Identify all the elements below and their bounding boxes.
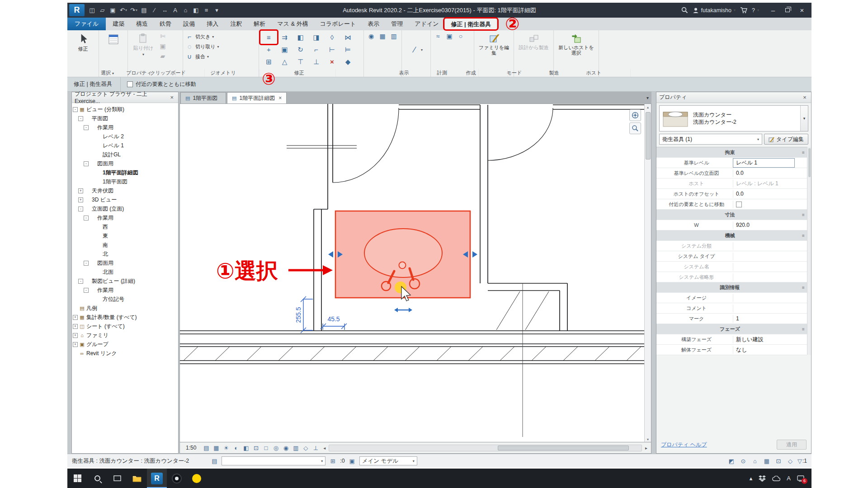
browser-tree-item[interactable]: - 図面用 [73, 159, 177, 168]
save-icon[interactable]: ▣ [108, 5, 118, 16]
print-icon[interactable]: ▤ [139, 5, 149, 16]
text-icon[interactable]: A [170, 5, 180, 16]
browser-tree-item[interactable]: - 作業用 [73, 213, 177, 222]
revit-app-menu-button[interactable]: R [69, 4, 85, 16]
file-explorer-button[interactable] [127, 469, 147, 488]
browser-tree-item[interactable]: 設計GL [73, 150, 177, 159]
ribbon-tab[interactable]: 建築 [107, 18, 130, 30]
project-browser-header[interactable]: プロジェクト ブラウザ - 二上Exercise... × [72, 92, 178, 103]
trim-extend-single-icon[interactable]: ⊢ [325, 44, 340, 55]
browser-tree-item[interactable]: 西 [73, 222, 177, 231]
start-button[interactable] [67, 469, 87, 488]
browser-tree-item[interactable]: - 製図ビュー (詳細) [73, 277, 177, 286]
tree-expander-icon[interactable] [89, 270, 94, 275]
close-button[interactable]: × [795, 5, 809, 16]
browser-tree-item[interactable]: + ⌂ ファミリ [73, 331, 177, 340]
rotate-icon[interactable]: ↻ [293, 44, 308, 55]
design-to-fabrication-button[interactable]: 設計から製造 [516, 32, 551, 50]
browser-tree-item[interactable]: 北 [73, 249, 177, 258]
match-icon[interactable]: ◆ [340, 56, 355, 67]
browser-tree-item[interactable]: - 作業用 [73, 286, 177, 295]
tree-expander-icon[interactable]: + [73, 315, 78, 320]
browser-tree-item[interactable]: + ◫ シート (すべて) [73, 322, 177, 331]
browser-tree-item[interactable]: + ▦ 集計表/数量 (すべて) [73, 313, 177, 322]
property-row[interactable]: 解体フェーズ なし [656, 345, 807, 355]
project-browser-close-icon[interactable]: × [169, 94, 175, 101]
properties-toggle-button[interactable] [101, 32, 125, 46]
vertical-scroll-thumb[interactable] [646, 112, 651, 160]
signin-user[interactable]: futakamisho ▾ [693, 7, 736, 14]
join-icon[interactable]: ∪ 接合 ▾ [185, 52, 219, 61]
browser-tree-item[interactable]: - 立面図 (立面) [73, 204, 177, 213]
obs-button[interactable] [167, 469, 187, 488]
help-menu[interactable]: ?▾ [752, 7, 759, 14]
scroll-left-icon[interactable]: ◂ [322, 446, 326, 450]
sun-path-icon[interactable]: ☀ [222, 444, 231, 452]
revit-taskbar-button[interactable]: R [147, 469, 167, 488]
align-icon[interactable]: ≡ ③ [261, 32, 276, 43]
view-tab-overflow-icon[interactable]: ▾ [646, 95, 649, 100]
tree-expander-icon[interactable]: + [73, 324, 78, 329]
worksharing-display-icon[interactable]: ◩ [727, 458, 736, 465]
scroll-up-icon[interactable]: ▴ [645, 104, 651, 111]
ribbon-tab[interactable]: 注釈 [224, 18, 248, 30]
browser-tree-item[interactable]: 方位記号 [73, 295, 177, 304]
mirror-pick-axis-icon[interactable]: ◧ [293, 32, 308, 43]
browser-tree-item[interactable]: + ▣ グループ [73, 340, 177, 349]
tree-expander-icon[interactable] [89, 179, 94, 184]
property-row[interactable]: 付近の要素とともに移動 [656, 199, 807, 210]
split-with-gap-icon[interactable]: ⋈ [340, 32, 355, 43]
browser-tree-item[interactable]: 東 [73, 231, 177, 240]
tree-expander-icon[interactable] [73, 306, 78, 311]
type-selector[interactable]: 洗面カウンター 洗面カウンター-2 ▾ [659, 105, 808, 131]
cut-icon[interactable]: ✄ [158, 32, 168, 41]
property-row[interactable]: 拘束 ≡ [656, 147, 807, 158]
cart-icon[interactable] [740, 7, 747, 14]
paste-button[interactable]: 貼り付け ▾ [130, 32, 156, 56]
pick-new-host-button[interactable]: 新しいホストを選択 [556, 32, 596, 56]
tree-expander-icon[interactable] [89, 152, 94, 157]
tree-expander-icon[interactable] [89, 170, 94, 175]
override-graphics-icon[interactable]: ▥ [389, 32, 399, 41]
horizontal-scroll-thumb[interactable] [498, 446, 629, 450]
scroll-right-icon[interactable]: ▸ [644, 446, 648, 450]
search-icon[interactable] [681, 7, 688, 14]
detail-level-icon[interactable]: ▤ [202, 444, 211, 452]
drawing-canvas[interactable]: 255.5 45.5 ①選択 [179, 103, 651, 442]
tree-expander-icon[interactable]: - [84, 288, 89, 293]
ribbon-tab[interactable]: ファイル [67, 18, 106, 30]
tree-expander-icon[interactable] [73, 351, 78, 356]
property-row[interactable]: 基準レベル レベル 1 [656, 158, 807, 168]
modify-button[interactable]: 修正 [70, 32, 96, 52]
copy-icon[interactable]: ▣ [158, 42, 168, 51]
select-links-toggle-icon[interactable]: ⌂ [750, 458, 760, 465]
thin-lines-icon[interactable]: ≡ [202, 5, 212, 16]
properties-close-icon[interactable]: × [801, 94, 808, 101]
browser-tree-item[interactable]: - 図面用 [73, 258, 177, 267]
shadows-icon[interactable]: ◐ [231, 444, 241, 452]
ribbon-tab[interactable]: 修正 | 衛生器具 ② [444, 18, 497, 30]
visual-style-icon[interactable]: ▦ [212, 444, 221, 452]
property-row[interactable]: W 920.0 [656, 220, 807, 230]
move-icon[interactable]: + [261, 44, 276, 55]
copy-icon[interactable]: ▣ [277, 44, 292, 55]
design-options-icon[interactable]: ▣ [348, 458, 357, 465]
browser-tree-item[interactable]: + 3D ビュー [73, 195, 177, 204]
aligned-dimension-icon[interactable]: ↔ [160, 5, 170, 16]
browser-tree-item[interactable]: 北面 [73, 267, 177, 277]
property-row[interactable]: システム名 [656, 262, 807, 272]
hide-analytical-model-icon[interactable]: ◇ [301, 444, 310, 452]
ribbon-tab[interactable]: 構造 [130, 18, 154, 30]
property-row[interactable]: マーク 1 [656, 314, 807, 324]
property-value[interactable]: 0.0 [733, 191, 800, 197]
split-element-icon[interactable]: ◊ [325, 32, 340, 43]
ribbon-tab[interactable]: 表示 [362, 18, 385, 30]
browser-tree-item[interactable]: + 天井伏図 [73, 186, 177, 195]
tree-expander-icon[interactable]: - [78, 206, 83, 211]
minimize-button[interactable]: – [766, 5, 780, 16]
browser-tree-item[interactable]: ∞ Revit リンク [73, 349, 177, 358]
onedrive-cloud-icon[interactable] [772, 476, 780, 481]
tree-expander-icon[interactable] [89, 225, 94, 230]
tree-expander-icon[interactable] [89, 234, 94, 239]
ribbon-tab[interactable]: アドイン [409, 18, 444, 30]
